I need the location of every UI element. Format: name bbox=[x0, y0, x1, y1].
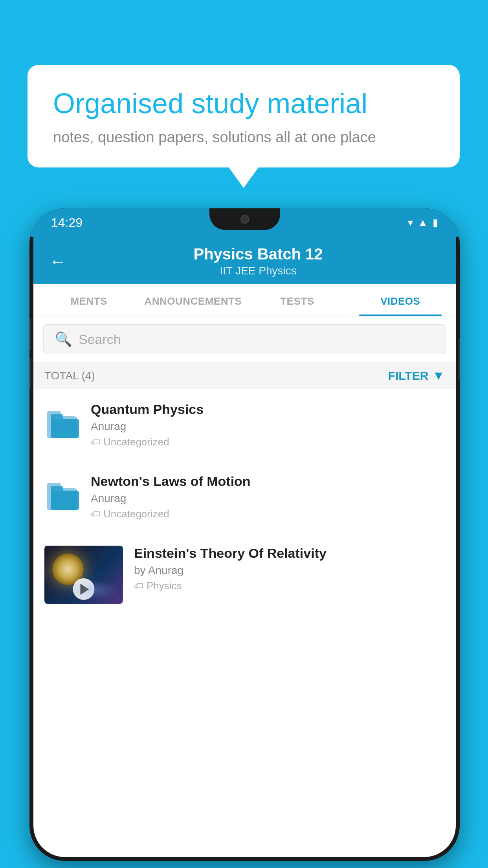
back-button[interactable]: ← bbox=[49, 252, 66, 271]
video-tag-2: 🏷 Uncategorized bbox=[91, 508, 445, 520]
video-author-3: by Anurag bbox=[134, 564, 445, 577]
folder-front bbox=[51, 491, 79, 510]
video-thumbnail-1 bbox=[44, 407, 80, 443]
speech-bubble: Organised study material notes, question… bbox=[28, 65, 460, 167]
video-list: Quantum Physics Anurag 🏷 Uncategorized bbox=[33, 389, 456, 604]
search-bar[interactable]: 🔍 Search bbox=[43, 324, 446, 354]
search-icon: 🔍 bbox=[55, 331, 72, 348]
filter-icon: ▼ bbox=[432, 368, 445, 383]
video-author-2: Anurag bbox=[91, 492, 445, 505]
header-subtitle: IIT JEE Physics bbox=[76, 265, 440, 277]
tag-label-2: Uncategorized bbox=[103, 508, 169, 520]
folder-front bbox=[51, 419, 79, 438]
folder-icon bbox=[47, 412, 77, 438]
tab-announcements[interactable]: ANNOUNCEMENTS bbox=[140, 284, 246, 316]
list-item[interactable]: Einstein's Theory Of Relativity by Anura… bbox=[33, 533, 456, 604]
video-thumbnail-3 bbox=[44, 546, 123, 604]
volume-down-button bbox=[29, 358, 31, 389]
tabs-bar: MENTS ANNOUNCEMENTS TESTS VIDEOS bbox=[33, 284, 456, 316]
status-icons: ▾ ▲ ▮ bbox=[408, 217, 438, 229]
filter-bar: TOTAL (4) FILTER ▼ bbox=[33, 362, 456, 389]
video-tag-3: 🏷 Physics bbox=[134, 580, 445, 592]
video-title-2: Newton's Laws of Motion bbox=[91, 474, 445, 489]
tab-tests[interactable]: TESTS bbox=[246, 284, 349, 316]
battery-icon: ▮ bbox=[433, 217, 438, 229]
tag-icon: 🏷 bbox=[134, 581, 143, 592]
play-button[interactable] bbox=[73, 578, 95, 600]
search-input[interactable]: Search bbox=[79, 332, 121, 347]
video-author-1: Anurag bbox=[91, 420, 445, 433]
bubble-subtitle: notes, question papers, solutions all at… bbox=[53, 129, 434, 146]
tab-videos[interactable]: VIDEOS bbox=[349, 284, 452, 316]
folder-icon bbox=[47, 484, 77, 510]
video-info-2: Newton's Laws of Motion Anurag 🏷 Uncateg… bbox=[91, 474, 445, 520]
status-time: 14:29 bbox=[51, 215, 83, 230]
bubble-title: Organised study material bbox=[53, 86, 434, 120]
volume-up-button bbox=[29, 318, 31, 350]
list-item[interactable]: Newton's Laws of Motion Anurag 🏷 Uncateg… bbox=[33, 461, 456, 533]
total-count: TOTAL (4) bbox=[44, 370, 95, 382]
front-camera bbox=[240, 215, 249, 224]
header-title-block: Physics Batch 12 IIT JEE Physics bbox=[76, 245, 440, 277]
list-item[interactable]: Quantum Physics Anurag 🏷 Uncategorized bbox=[33, 389, 456, 461]
phone-screen: ← Physics Batch 12 IIT JEE Physics MENTS… bbox=[33, 237, 456, 857]
video-title-1: Quantum Physics bbox=[91, 402, 445, 417]
video-tag-1: 🏷 Uncategorized bbox=[91, 436, 445, 448]
video-title-3: Einstein's Theory Of Relativity bbox=[134, 546, 445, 561]
signal-icon: ▲ bbox=[418, 217, 428, 229]
tag-icon: 🏷 bbox=[91, 509, 100, 520]
tag-icon: 🏷 bbox=[91, 437, 100, 448]
video-thumbnail-2 bbox=[44, 479, 80, 515]
filter-label: FILTER bbox=[388, 369, 429, 383]
tab-ments[interactable]: MENTS bbox=[37, 284, 140, 316]
tag-label-1: Uncategorized bbox=[103, 436, 169, 448]
filter-button[interactable]: FILTER ▼ bbox=[388, 368, 445, 383]
video-info-1: Quantum Physics Anurag 🏷 Uncategorized bbox=[91, 402, 445, 448]
wifi-icon: ▾ bbox=[408, 217, 413, 229]
search-container: 🔍 Search bbox=[33, 316, 456, 362]
phone-frame: 14:29 ▾ ▲ ▮ ← Physics Batch 12 IIT JEE P… bbox=[29, 208, 460, 861]
phone-notch bbox=[209, 208, 280, 230]
video-info-3: Einstein's Theory Of Relativity by Anura… bbox=[134, 546, 445, 592]
header-main-title: Physics Batch 12 bbox=[76, 245, 440, 263]
play-icon bbox=[80, 584, 89, 595]
power-button bbox=[459, 338, 460, 381]
app-header: ← Physics Batch 12 IIT JEE Physics bbox=[33, 237, 456, 284]
tag-label-3: Physics bbox=[147, 580, 182, 592]
